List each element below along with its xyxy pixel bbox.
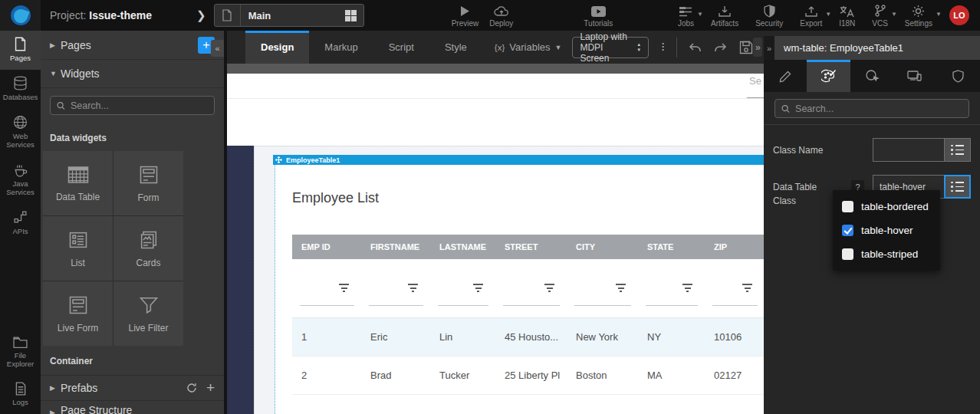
app-logo[interactable]: [0, 0, 41, 31]
properties-search-box[interactable]: [774, 99, 969, 118]
page-tab-main[interactable]: Main: [214, 4, 364, 27]
column-header[interactable]: STREET: [495, 235, 567, 259]
data-widgets-header: Data widgets: [41, 123, 224, 151]
rail-item-file-explorer[interactable]: File Explorer: [0, 330, 41, 376]
rail-item-apis[interactable]: APIs: [0, 204, 41, 243]
rail-item-logs[interactable]: Logs: [0, 376, 41, 414]
move-icon: [275, 156, 282, 163]
rail-item-pages[interactable]: Pages: [0, 31, 41, 70]
class-name-list-button[interactable]: [944, 138, 971, 162]
column-filter[interactable]: [292, 259, 361, 317]
breadcrumb-chevron-icon[interactable]: ❯: [196, 8, 206, 22]
widget-search-box[interactable]: [50, 96, 215, 115]
column-filter[interactable]: [705, 259, 764, 317]
deploy-button[interactable]: Deploy: [489, 4, 513, 28]
redo-button[interactable]: [713, 41, 728, 54]
tab-devices[interactable]: [893, 60, 936, 92]
refresh-icon[interactable]: [186, 383, 197, 393]
data-table-class-list-button[interactable]: [944, 175, 971, 199]
prefabs-section-label: Prefabs: [61, 382, 97, 394]
rail-item-java-services[interactable]: Java Services: [0, 156, 41, 204]
save-button[interactable]: [739, 41, 753, 54]
table-cell: MA: [638, 356, 705, 394]
filter-input[interactable]: [574, 305, 631, 306]
jobs-menu[interactable]: Jobs ▼: [678, 4, 694, 28]
device-selector[interactable]: Laptop with MDPI Screen ▲▼: [572, 37, 649, 58]
checkbox[interactable]: [842, 248, 853, 260]
column-filter[interactable]: [638, 259, 705, 317]
filter-icon: [742, 284, 752, 292]
class-name-input[interactable]: [873, 138, 944, 162]
widget-tile-cards[interactable]: Cards: [113, 216, 183, 281]
expand-right-panel-button[interactable]: »: [753, 38, 762, 57]
page-structure-section-header[interactable]: ▶ Page Structure: [41, 401, 224, 414]
column-filter[interactable]: [495, 259, 567, 317]
rail-item-web-services[interactable]: Web Services: [0, 109, 41, 156]
filter-input[interactable]: [438, 305, 488, 306]
tab-properties[interactable]: [764, 60, 807, 92]
column-header[interactable]: EMP ID: [292, 235, 361, 259]
artifacts-menu[interactable]: Artifacts: [711, 4, 738, 28]
widget-tile-form[interactable]: Form: [113, 151, 183, 215]
column-header[interactable]: FIRSTNAME: [361, 235, 430, 259]
column-filter[interactable]: [361, 259, 430, 317]
widget-tile-live-form[interactable]: Live Form: [43, 281, 113, 346]
widget-tile-data-table[interactable]: Data Table: [43, 151, 113, 215]
option-table-hover[interactable]: table-hover: [833, 219, 940, 242]
tab-design[interactable]: Design: [245, 31, 309, 64]
widget-tile-list[interactable]: List: [43, 216, 113, 281]
column-header[interactable]: LASTNAME: [430, 235, 495, 259]
search-icon: [57, 101, 65, 110]
tutorials-button[interactable]: Tutorials: [584, 4, 613, 28]
layout-grid-icon[interactable]: [345, 10, 357, 21]
table-title: Employee List: [292, 190, 764, 206]
variables-menu[interactable]: {x} Variables ▼: [495, 31, 562, 64]
add-prefab-icon[interactable]: +: [206, 380, 215, 396]
tab-security[interactable]: [937, 60, 980, 92]
checkbox[interactable]: [842, 225, 853, 236]
design-canvas[interactable]: Se EmployeeTable1 Employee List: [227, 64, 764, 414]
table-row[interactable]: 1 Eric Lin 45 Housto... New York NY 1010…: [292, 317, 764, 356]
column-header[interactable]: CITY: [567, 235, 638, 259]
option-table-bordered[interactable]: table-bordered: [833, 195, 940, 219]
widget-tile-live-filter[interactable]: Live Filter: [113, 281, 183, 346]
column-header[interactable]: STATE: [638, 235, 705, 259]
tab-style[interactable]: Style: [429, 31, 482, 64]
undo-button[interactable]: [687, 41, 702, 54]
filter-input[interactable]: [503, 305, 560, 306]
export-menu[interactable]: Export ▼: [800, 4, 822, 28]
filter-icon: [473, 284, 483, 292]
collapse-panel-button[interactable]: «: [211, 40, 224, 57]
column-header[interactable]: ZIP: [705, 235, 764, 259]
properties-search-input[interactable]: [795, 104, 962, 114]
preview-button[interactable]: Preview: [452, 4, 479, 28]
widgets-section-header[interactable]: ▼ Widgets: [41, 60, 224, 88]
selected-widget-label[interactable]: EmployeeTable1: [273, 155, 764, 165]
user-avatar[interactable]: LO: [949, 5, 969, 25]
more-options-icon[interactable]: ⁝: [661, 41, 665, 54]
settings-menu[interactable]: Settings ▼: [905, 4, 932, 28]
panel-expand-icon[interactable]: »: [764, 36, 774, 60]
tab-markup[interactable]: Markup: [309, 31, 373, 64]
option-table-striped[interactable]: table-striped: [833, 242, 940, 266]
tab-script[interactable]: Script: [373, 31, 429, 64]
security-menu[interactable]: Security: [755, 4, 783, 28]
widget-tile-label: Data Table: [56, 192, 100, 202]
column-filter[interactable]: [567, 259, 638, 317]
datatable-widget[interactable]: Employee List EMP ID FIRSTNAME LASTNAME …: [275, 165, 764, 414]
pages-section-header[interactable]: ▶ Pages +: [41, 31, 224, 60]
table-row[interactable]: 2 Brad Tucker 25 Liberty Pl Boston MA 02…: [292, 356, 764, 394]
filter-input[interactable]: [369, 305, 423, 306]
filter-input[interactable]: [300, 305, 354, 306]
checkbox[interactable]: [842, 201, 853, 212]
rail-item-databases[interactable]: Databases: [0, 70, 41, 109]
prefabs-section-header[interactable]: ▶ Prefabs +: [41, 375, 224, 401]
tab-styles[interactable]: [807, 60, 850, 92]
column-filter[interactable]: [430, 259, 495, 317]
filter-input[interactable]: [712, 305, 758, 306]
widget-search-input[interactable]: [71, 100, 208, 111]
filter-input[interactable]: [646, 305, 698, 306]
tab-events[interactable]: [850, 60, 893, 92]
vcs-menu[interactable]: VCS ▼: [872, 4, 888, 28]
i18n-menu[interactable]: I18N: [839, 4, 855, 28]
